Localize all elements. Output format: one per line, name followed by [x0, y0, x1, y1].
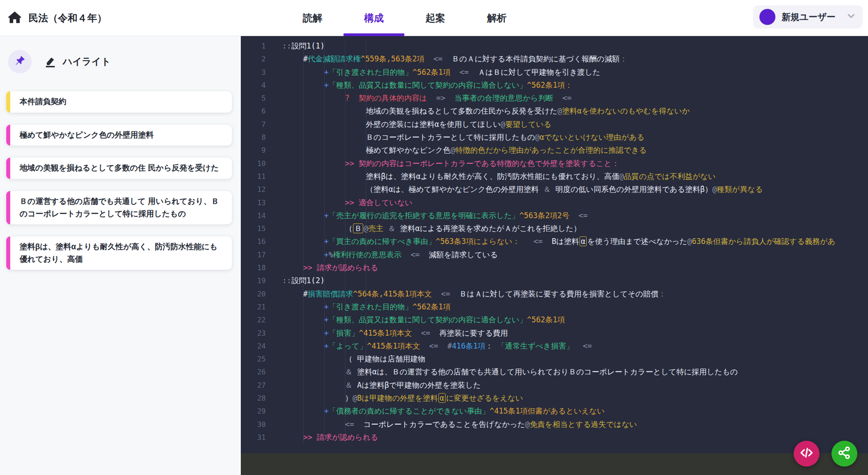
token-blue: + — [324, 406, 329, 415]
token-yellow: Bは甲建物の外壁を塗料 — [357, 394, 438, 402]
token-gray: @ — [501, 120, 505, 129]
code-text: +「買主の責めに帰すべき事由」^563条3項によらない： <= Bは塗料αを使う… — [241, 235, 836, 248]
tab-構成[interactable]: 構成 — [364, 0, 384, 36]
token-lightblue: 416条1項 — [452, 341, 485, 350]
code-button[interactable] — [794, 441, 819, 467]
code-line[interactable]: 17+%権利行使の意思表示 <= 減額を請求している — [241, 248, 868, 261]
code-text: ）@Bは甲建物の外壁を塗料αに変更せざるをえない — [241, 392, 523, 405]
token-gray: @ — [619, 172, 624, 181]
pin-button[interactable] — [8, 50, 32, 73]
token-blue: + — [324, 81, 329, 89]
code-line[interactable]: 16+「買主の責めに帰すべき事由」^563条3項によらない： <= Bは塗料αを… — [241, 235, 868, 248]
token-orange: ^415条1項但書があるといえない — [490, 406, 604, 415]
token-gray: ＆ — [543, 185, 551, 194]
code-text: Ｂのコーポレートカラーとして特に採用したもの@αでないといけない理由がある — [241, 131, 645, 144]
highlight-color-bar — [6, 91, 10, 113]
code-line[interactable]: 19::設問1(2) — [241, 274, 868, 287]
code-line[interactable]: 14+「売主が履行の追完を拒絶する意思を明確に表示した」^563条2項2号 <= — [241, 209, 868, 222]
code-line[interactable]: 24+「よって」^415条1項本文 <= #416条1項： 「通常生ずべき損害」… — [241, 340, 868, 353]
code-line[interactable]: 2#代金減額請求権^559条,563条2項 <= ＢのＡに対する本件請負契約に基… — [241, 53, 868, 65]
code-line[interactable]: 12（塗料αは、極めて鮮やかなピンク色の外壁用塗料 ＆ 明度の低い同系色の外壁用… — [241, 183, 868, 196]
code-text: <= コーポレートカラーであることを告げなかった@免責を相当とする過失ではない — [241, 418, 637, 431]
token-orange: ^562条1項 — [413, 302, 450, 311]
code-line[interactable]: 6地域の美観を損ねるとして多数の住民から反発を受けた@塗料αを使わないのもやむを… — [241, 105, 868, 118]
token-white: 明度の低い同系色の外壁用塗料である塗料β） — [551, 185, 712, 194]
token-white: 再塗装に要する費用 — [439, 329, 508, 337]
code-line[interactable]: 20#損害賠償請求^564条,415条1項本文 <= ＢはＡに対して再塗装に要す… — [241, 288, 868, 300]
user-menu[interactable]: 新規ユーザー — [753, 5, 863, 28]
code-text: +%権利行使の意思表示 <= 減額を請求している — [241, 248, 498, 261]
code-line[interactable]: 31>> 請求が認められる — [241, 431, 868, 444]
code-line[interactable]: 15（Ｂ@売主 ＆ 塗料αによる再塗装を求めたがＡがこれを拒絶した） — [241, 222, 868, 235]
code-line[interactable]: 18>> 請求が認められる — [241, 261, 868, 274]
indent-guide — [366, 40, 366, 444]
code-text: 外壁の塗装には塗料αを使用してほしい@要望している — [241, 118, 552, 131]
token-white: 塗料αによる再塗装を求めたがＡがこれを拒絶した） — [400, 224, 581, 233]
token-gray: <= — [424, 54, 451, 63]
code-text: +「引き渡された目的物」^562条1項 <= ＡはＢに対して甲建物を引き渡した — [241, 66, 600, 79]
token-green: 「通常生ずべき損害」 — [498, 341, 574, 350]
highlight-card[interactable]: 本件請負契約 — [6, 91, 232, 113]
tab-解析[interactable]: 解析 — [487, 0, 507, 36]
token-yellow: 品質の点では不利益がない — [624, 172, 716, 181]
code-text: >> 請求が認められる — [241, 261, 378, 274]
code-line[interactable]: 29+「債務者の責めに帰することができない事由」^415条1項但書があるといえな… — [241, 405, 868, 418]
code-line[interactable]: 13>> 適合していない — [241, 196, 868, 209]
tab-読解[interactable]: 読解 — [303, 0, 322, 36]
token-pink: >> 契約の内容はコーポレートカラーである特徴的な色で外壁を塗装すること： — [345, 159, 619, 168]
code-line[interactable]: 27＆ Aは塗料βで甲建物の外壁を塗装した — [241, 379, 868, 392]
highlight-text: 塗料βは、塗料αよりも耐久性が高く、防汚防水性能にも優れており、高価 — [20, 242, 218, 264]
boxed-token: α — [438, 393, 446, 403]
code-line[interactable]: 23+「損害」^415条1項本文 <= 再塗装に要する費用 — [241, 327, 868, 340]
token-teal: 損害賠償請求 — [308, 289, 353, 298]
code-line[interactable]: 4+「種類、品質又は数量に関して契約の内容に適合しない」^562条1項： — [241, 79, 868, 92]
code-line[interactable]: 28）@Bは甲建物の外壁を塗料αに変更せざるをえない — [241, 392, 868, 405]
token-gray: ： — [658, 289, 666, 298]
code-text: +「損害」^415条1項本文 <= 再塗装に要する費用 — [241, 327, 508, 340]
share-button[interactable] — [831, 441, 857, 467]
tab-bar: 読解構成起案解析 — [303, 0, 507, 36]
token-gray: @ — [687, 237, 692, 246]
token-gray: @ — [450, 146, 455, 154]
code-line[interactable]: 21+「引き渡された目的物」^562条1項 — [241, 300, 868, 313]
code-line[interactable]: 26＆ 塗料αは、Ｂの運営する他の店舗でも共通して用いられておりＢのコーポレート… — [241, 365, 868, 378]
structure-editor[interactable]: 1::設問1(1)2#代金減額請求権^559条,563条2項 <= ＢのＡに対す… — [241, 36, 868, 453]
token-white: # — [303, 289, 308, 298]
code-line[interactable]: 11塗料βは、塗料αよりも耐久性が高く、防汚防水性能にも優れており、高価@品質の… — [241, 170, 868, 183]
token-yellow: 売主 — [368, 224, 383, 233]
highlight-text: 極めて鮮やかなピンク色の外壁用塗料 — [20, 130, 154, 139]
highlight-card[interactable]: 地域の美観を損ねるとして多数の住 民から反発を受けた — [6, 158, 232, 179]
code-line[interactable]: 25（ 甲建物は店舗用建物 — [241, 353, 868, 365]
code-line[interactable]: 22+「種類、品質又は数量に関して契約の内容に適合しない」^562条1項 — [241, 313, 868, 326]
token-gray: <= — [402, 250, 429, 259]
code-text: >> 適合していない — [241, 196, 413, 209]
token-gray: :: — [282, 41, 291, 50]
token-gray: % — [329, 250, 333, 259]
token-blue: + — [324, 329, 329, 337]
code-line[interactable]: 3+「引き渡された目的物」^562条1項 <= ＡはＢに対して甲建物を引き渡した — [241, 66, 868, 79]
code-line[interactable]: 1::設問1(1) — [241, 40, 868, 53]
token-white: 減額を請求している — [429, 250, 498, 259]
token-gray: :: — [282, 276, 291, 285]
token-white: 外壁の塗装には塗料αを使用してほしい — [366, 120, 501, 129]
highlight-card[interactable]: 極めて鮮やかなピンク色の外壁用塗料 — [6, 125, 232, 146]
highlight-card[interactable]: 塗料βは、塗料αよりも耐久性が高く、防汚防水性能にも優れており、高価 — [6, 236, 232, 270]
token-white: （ — [345, 224, 353, 233]
tab-起案[interactable]: 起案 — [426, 0, 445, 36]
token-white: ） — [345, 394, 353, 402]
token-gray: <= — [432, 289, 459, 298]
indent-guide — [345, 40, 345, 444]
code-line[interactable]: 7外壁の塗装には塗料αを使用してほしい@要望している — [241, 118, 868, 131]
token-white: ＢはＡに対して再塗装に要する費用を損害としてその賠償 — [459, 289, 658, 298]
home-button[interactable] — [6, 10, 23, 27]
highlight-card[interactable]: Ｂの運営する他の店舗でも共通して 用いられており、Ｂのコーポレートカラーとして特… — [6, 191, 232, 224]
token-yellow: 特徴的色だから理由があったことが合理的に推認できる — [455, 146, 647, 154]
code-line[interactable]: 10>> 契約の内容はコーポレートカラーである特徴的な色で外壁を塗装すること： — [241, 157, 868, 170]
code-line[interactable]: 30<= コーポレートカラーであることを告げなかった@免責を相当とする過失ではな… — [241, 418, 868, 431]
code-line[interactable]: 9極めて鮮やかなピンク色@特徴的色だから理由があったことが合理的に推認できる — [241, 144, 868, 157]
code-line[interactable]: 5? 契約の具体的内容は => 当事者の合理的意思から判断 <= — [241, 92, 868, 105]
token-gray: <= — [420, 341, 447, 350]
code-text: +「売主が履行の追完を拒絶する意思を明確に表示した」^563条2項2号 <= — [241, 209, 588, 222]
code-line[interactable]: 8Ｂのコーポレートカラーとして特に採用したもの@αでないといけない理由がある — [241, 131, 868, 144]
code-text: #損害賠償請求^564条,415条1項本文 <= ＢはＡに対して再塗装に要する費… — [241, 288, 666, 300]
